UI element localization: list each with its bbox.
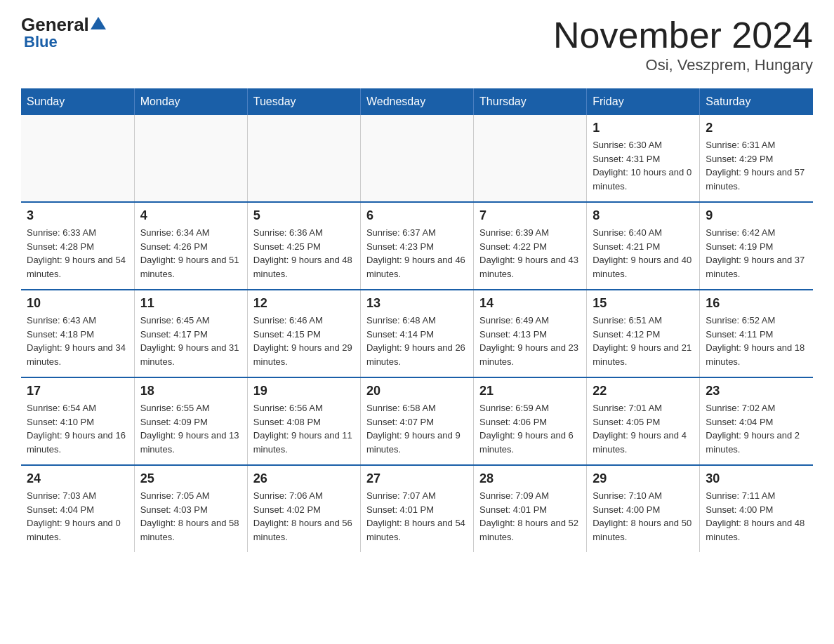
day-number: 22 <box>593 384 694 398</box>
calendar-cell: 10Sunrise: 6:43 AMSunset: 4:18 PMDayligh… <box>21 290 134 377</box>
day-info: Sunrise: 6:36 AMSunset: 4:25 PMDaylight:… <box>253 226 355 281</box>
day-info: Sunrise: 7:06 AMSunset: 4:02 PMDaylight:… <box>253 489 355 544</box>
calendar-cell: 26Sunrise: 7:06 AMSunset: 4:02 PMDayligh… <box>247 465 360 552</box>
calendar-cell: 25Sunrise: 7:05 AMSunset: 4:03 PMDayligh… <box>134 465 247 552</box>
day-info: Sunrise: 6:56 AMSunset: 4:08 PMDaylight:… <box>253 401 355 456</box>
day-number: 8 <box>593 208 694 223</box>
day-number: 18 <box>140 384 241 398</box>
day-info: Sunrise: 7:11 AMSunset: 4:00 PMDaylight:… <box>706 489 807 544</box>
calendar-title: November 2024 <box>553 14 813 56</box>
calendar-cell: 1Sunrise: 6:30 AMSunset: 4:31 PMDaylight… <box>587 115 700 202</box>
day-number: 23 <box>706 384 807 398</box>
calendar-week-row: 1Sunrise: 6:30 AMSunset: 4:31 PMDaylight… <box>21 115 813 202</box>
day-info: Sunrise: 6:55 AMSunset: 4:09 PMDaylight:… <box>140 401 241 456</box>
calendar-week-row: 24Sunrise: 7:03 AMSunset: 4:04 PMDayligh… <box>21 465 813 552</box>
calendar-week-row: 10Sunrise: 6:43 AMSunset: 4:18 PMDayligh… <box>21 290 813 377</box>
day-number: 28 <box>479 471 581 486</box>
day-info: Sunrise: 6:49 AMSunset: 4:13 PMDaylight:… <box>479 314 581 368</box>
calendar-cell: 7Sunrise: 6:39 AMSunset: 4:22 PMDaylight… <box>474 202 587 290</box>
calendar-cell: 14Sunrise: 6:49 AMSunset: 4:13 PMDayligh… <box>474 290 587 377</box>
day-number: 7 <box>479 208 581 223</box>
day-number: 4 <box>140 208 241 223</box>
calendar-cell: 13Sunrise: 6:48 AMSunset: 4:14 PMDayligh… <box>360 290 473 377</box>
calendar-cell <box>247 115 360 202</box>
calendar-cell: 2Sunrise: 6:31 AMSunset: 4:29 PMDaylight… <box>700 115 813 202</box>
day-info: Sunrise: 7:01 AMSunset: 4:05 PMDaylight:… <box>593 401 694 456</box>
day-info: Sunrise: 6:31 AMSunset: 4:29 PMDaylight:… <box>706 138 807 193</box>
day-number: 14 <box>479 296 581 311</box>
day-number: 11 <box>140 296 241 311</box>
day-info: Sunrise: 6:45 AMSunset: 4:17 PMDaylight:… <box>140 314 241 368</box>
calendar-cell: 16Sunrise: 6:52 AMSunset: 4:11 PMDayligh… <box>700 290 813 377</box>
weekday-header-wednesday: Wednesday <box>360 88 473 115</box>
calendar-cell: 15Sunrise: 6:51 AMSunset: 4:12 PMDayligh… <box>587 290 700 377</box>
calendar-cell: 4Sunrise: 6:34 AMSunset: 4:26 PMDaylight… <box>134 202 247 290</box>
day-info: Sunrise: 7:10 AMSunset: 4:00 PMDaylight:… <box>593 489 694 544</box>
logo-triangle-icon <box>91 15 106 31</box>
day-number: 9 <box>706 208 807 223</box>
calendar-cell <box>134 115 247 202</box>
calendar-cell: 5Sunrise: 6:36 AMSunset: 4:25 PMDaylight… <box>247 202 360 290</box>
calendar-cell: 28Sunrise: 7:09 AMSunset: 4:01 PMDayligh… <box>474 465 587 552</box>
svg-marker-0 <box>91 17 106 29</box>
day-number: 29 <box>593 471 694 486</box>
calendar-cell: 21Sunrise: 6:59 AMSunset: 4:06 PMDayligh… <box>474 377 587 465</box>
calendar-cell: 19Sunrise: 6:56 AMSunset: 4:08 PMDayligh… <box>247 377 360 465</box>
day-info: Sunrise: 7:07 AMSunset: 4:01 PMDaylight:… <box>366 489 468 544</box>
day-number: 20 <box>366 384 468 398</box>
calendar-cell: 22Sunrise: 7:01 AMSunset: 4:05 PMDayligh… <box>587 377 700 465</box>
calendar-cell <box>474 115 587 202</box>
day-number: 3 <box>27 208 128 223</box>
weekday-header-thursday: Thursday <box>474 88 587 115</box>
day-number: 17 <box>27 384 128 398</box>
calendar-cell: 6Sunrise: 6:37 AMSunset: 4:23 PMDaylight… <box>360 202 473 290</box>
day-info: Sunrise: 6:30 AMSunset: 4:31 PMDaylight:… <box>593 138 694 193</box>
calendar-week-row: 17Sunrise: 6:54 AMSunset: 4:10 PMDayligh… <box>21 377 813 465</box>
calendar-cell: 30Sunrise: 7:11 AMSunset: 4:00 PMDayligh… <box>700 465 813 552</box>
day-number: 16 <box>706 296 807 311</box>
day-info: Sunrise: 6:37 AMSunset: 4:23 PMDaylight:… <box>366 226 468 281</box>
day-number: 25 <box>140 471 241 486</box>
page-header: General Blue November 2024 Osi, Veszprem… <box>21 14 813 74</box>
calendar-cell: 3Sunrise: 6:33 AMSunset: 4:28 PMDaylight… <box>21 202 134 290</box>
day-info: Sunrise: 7:05 AMSunset: 4:03 PMDaylight:… <box>140 489 241 544</box>
weekday-header-sunday: Sunday <box>21 88 134 115</box>
day-info: Sunrise: 6:46 AMSunset: 4:15 PMDaylight:… <box>253 314 355 368</box>
day-number: 27 <box>366 471 468 486</box>
day-info: Sunrise: 7:02 AMSunset: 4:04 PMDaylight:… <box>706 401 807 456</box>
day-info: Sunrise: 6:48 AMSunset: 4:14 PMDaylight:… <box>366 314 468 368</box>
weekday-header-saturday: Saturday <box>700 88 813 115</box>
day-info: Sunrise: 6:58 AMSunset: 4:07 PMDaylight:… <box>366 401 468 456</box>
calendar-cell: 17Sunrise: 6:54 AMSunset: 4:10 PMDayligh… <box>21 377 134 465</box>
calendar-cell: 11Sunrise: 6:45 AMSunset: 4:17 PMDayligh… <box>134 290 247 377</box>
weekday-header-monday: Monday <box>134 88 247 115</box>
day-info: Sunrise: 7:03 AMSunset: 4:04 PMDaylight:… <box>27 489 128 544</box>
day-number: 6 <box>366 208 468 223</box>
day-number: 13 <box>366 296 468 311</box>
calendar-week-row: 3Sunrise: 6:33 AMSunset: 4:28 PMDaylight… <box>21 202 813 290</box>
calendar-cell: 20Sunrise: 6:58 AMSunset: 4:07 PMDayligh… <box>360 377 473 465</box>
day-info: Sunrise: 6:59 AMSunset: 4:06 PMDaylight:… <box>479 401 581 456</box>
calendar-cell <box>21 115 134 202</box>
calendar-cell: 12Sunrise: 6:46 AMSunset: 4:15 PMDayligh… <box>247 290 360 377</box>
calendar-subtitle: Osi, Veszprem, Hungary <box>553 56 813 74</box>
day-number: 2 <box>706 121 807 135</box>
calendar-cell: 24Sunrise: 7:03 AMSunset: 4:04 PMDayligh… <box>21 465 134 552</box>
day-info: Sunrise: 6:33 AMSunset: 4:28 PMDaylight:… <box>27 226 128 281</box>
weekday-header-tuesday: Tuesday <box>247 88 360 115</box>
day-number: 10 <box>27 296 128 311</box>
title-section: November 2024 Osi, Veszprem, Hungary <box>553 14 813 74</box>
day-number: 24 <box>27 471 128 486</box>
calendar-cell: 23Sunrise: 7:02 AMSunset: 4:04 PMDayligh… <box>700 377 813 465</box>
logo-blue-text: Blue <box>24 33 58 51</box>
day-info: Sunrise: 6:34 AMSunset: 4:26 PMDaylight:… <box>140 226 241 281</box>
day-info: Sunrise: 6:54 AMSunset: 4:10 PMDaylight:… <box>27 401 128 456</box>
day-number: 5 <box>253 208 355 223</box>
calendar-cell: 8Sunrise: 6:40 AMSunset: 4:21 PMDaylight… <box>587 202 700 290</box>
day-info: Sunrise: 6:52 AMSunset: 4:11 PMDaylight:… <box>706 314 807 368</box>
day-number: 30 <box>706 471 807 486</box>
day-number: 21 <box>479 384 581 398</box>
logo: General Blue <box>21 14 106 51</box>
calendar-cell: 9Sunrise: 6:42 AMSunset: 4:19 PMDaylight… <box>700 202 813 290</box>
calendar-cell: 18Sunrise: 6:55 AMSunset: 4:09 PMDayligh… <box>134 377 247 465</box>
